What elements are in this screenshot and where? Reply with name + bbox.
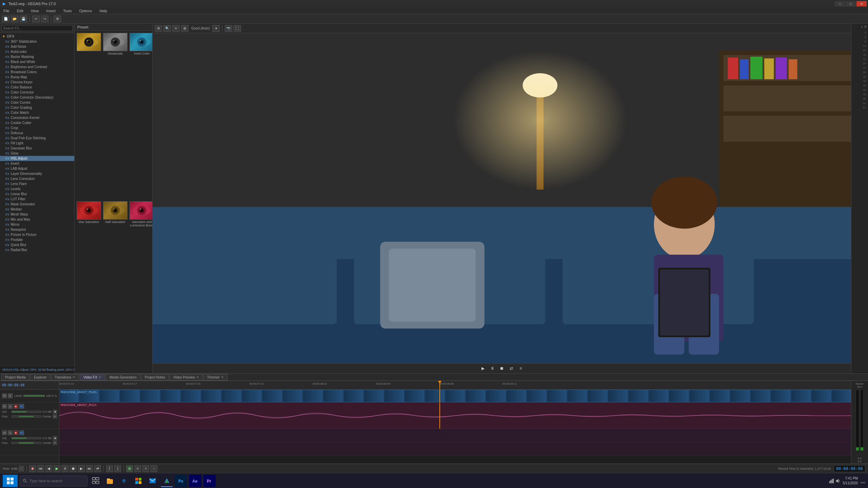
grid-button[interactable]: ≡ [134, 465, 141, 472]
preset-item-desaturate[interactable]: Desaturate [102, 32, 128, 200]
menu-view[interactable]: View [29, 9, 40, 13]
fx-item-lab-adjust[interactable]: FX LAB Adjust [0, 166, 74, 171]
fx-item-mesh-warp[interactable]: FX Mesh Warp [0, 212, 74, 217]
transport-ffwd[interactable]: ⏭ [86, 465, 93, 472]
redo-button[interactable]: ↪ [41, 16, 48, 22]
settings-button[interactable]: ⚙ [54, 16, 61, 22]
taskbar-search-input[interactable] [29, 479, 84, 483]
fx-item-gaussian-blur[interactable]: FX Gaussian Blur [0, 146, 74, 151]
undo-button[interactable]: ↩ [32, 16, 40, 22]
fx-item-invert[interactable]: FX Invert [0, 161, 74, 166]
fx-item-brightness-contrast[interactable]: FX Brightness and Contrast [0, 64, 74, 69]
fx-item-bezier-masking[interactable]: FX Bezier Masking [0, 54, 74, 59]
fx-item-glow[interactable]: FX Glow [0, 151, 74, 156]
fx-item-min-max[interactable]: FX Min and Max [0, 217, 74, 222]
vegas-taskbar-icon[interactable] [161, 475, 173, 487]
pan-reset-1[interactable]: ▾ [53, 414, 57, 419]
fx-item-linear-blur[interactable]: FX Linear Blur [0, 191, 74, 197]
fx-item-lens-correction[interactable]: FX Lens Correction [0, 176, 74, 181]
fx-item-fill-light[interactable]: FX Fill Light [0, 141, 74, 146]
close-button[interactable]: ✕ [856, 1, 867, 6]
fx-item-picture-in-picture[interactable]: FX Picture In Picture [0, 232, 74, 237]
edge-browser-icon[interactable]: e [118, 475, 130, 487]
fx-item-crop[interactable]: FX Crop [0, 125, 74, 130]
fx-search-input[interactable] [1, 25, 73, 31]
fx-item-median[interactable]: FX Median [0, 207, 74, 212]
vol-slider-2[interactable] [12, 437, 41, 439]
pan-reset-2[interactable]: ▾ [53, 441, 57, 445]
timeline-ruler[interactable]: 00:00:07:14 00:00:07:17 00:00:07:20 00:0… [59, 381, 851, 390]
fx-item-broadcast-colors[interactable]: FX Broadcast Colors [0, 69, 74, 75]
menu-tools[interactable]: Tools [62, 9, 73, 13]
video-track-mute[interactable]: M [2, 393, 7, 398]
audio-2-fx[interactable]: FX [19, 430, 24, 435]
fx-item-cookie-cutter[interactable]: FX Cookie Cutter [0, 120, 74, 125]
transport-rewind[interactable]: ⏮ [37, 465, 44, 472]
audio-track-1[interactable]: R001C004_180327_R1ZA [59, 403, 851, 429]
photoshop-icon[interactable]: Ps [175, 475, 187, 487]
preview-split-button[interactable]: ⊞ [181, 25, 189, 32]
pan-slider-2[interactable] [12, 442, 41, 444]
stop-button[interactable]: ⏹ [498, 365, 505, 372]
fx-item-radial-blur[interactable]: FX Radial Blur [0, 247, 74, 252]
mail-icon[interactable] [146, 475, 159, 487]
fx-item-mask-generator[interactable]: FX Mask Generator [0, 202, 74, 207]
audio-1-arm[interactable]: ⏺ [14, 404, 18, 409]
zoom-in-button[interactable]: + [142, 465, 149, 472]
pause-button[interactable]: ⏸ [489, 365, 496, 372]
transport-record[interactable]: ⏺ [29, 465, 36, 472]
fx-item-pixelate[interactable]: FX Pixelate [0, 237, 74, 242]
pan-slider-1[interactable] [12, 415, 41, 418]
fx-item-color-match[interactable]: FX Color Match [0, 110, 74, 115]
preset-item-default[interactable] [76, 32, 102, 200]
fx-item-levels[interactable]: FX Levels [0, 186, 74, 191]
taskbar-search[interactable] [20, 475, 87, 486]
transport-next-frame[interactable]: ▶ [78, 465, 85, 472]
preview-snapshot-button[interactable]: 📷 [225, 25, 232, 32]
audio-1-solo[interactable]: S [8, 404, 13, 409]
snap-button[interactable]: ⊞ [126, 465, 133, 472]
task-view-button[interactable] [90, 475, 102, 487]
fx-item-autolooks[interactable]: FX AutoLooks [0, 49, 74, 54]
tab-trimmer[interactable]: Trimmer ✕ [203, 374, 228, 381]
tab-video-preview[interactable]: Video Preview ✕ [170, 374, 203, 381]
fx-item-defocus[interactable]: FX Defocus [0, 130, 74, 136]
start-button[interactable] [3, 475, 18, 487]
fx-item-bump-map[interactable]: FX Bump Map [0, 75, 74, 80]
fx-item-color-balance[interactable]: FX Color Balance [0, 85, 74, 90]
menu-edit[interactable]: Edit [16, 9, 25, 13]
transport-loop[interactable]: ⇄ [94, 465, 101, 472]
preview-zoom-button[interactable]: 🔍 [163, 25, 171, 32]
audio-1-fx[interactable]: FX [19, 404, 24, 409]
file-explorer-icon[interactable] [104, 475, 116, 487]
preset-item-half-saturation[interactable]: Half Saturation [102, 201, 128, 372]
audio-2-solo[interactable]: S [8, 430, 13, 435]
maximize-button[interactable]: □ [846, 1, 856, 6]
tab-video-fx-close[interactable]: ✕ [99, 375, 101, 379]
open-button[interactable]: 📂 [11, 16, 18, 22]
fx-item-color-corrector-secondary[interactable]: FX Color Corrector (Secondary) [0, 95, 74, 100]
fx-item-color-curves[interactable]: FX Color Curves [0, 100, 74, 105]
fx-item-newsprint[interactable]: FX Newsprint [0, 227, 74, 232]
minimize-button[interactable]: ─ [835, 1, 845, 6]
transport-options[interactable]: □ [19, 466, 24, 471]
preview-fullscreen-button[interactable]: ⛶ [234, 25, 241, 32]
tab-video-preview-close[interactable]: ✕ [196, 375, 199, 379]
fx-item-color-grading[interactable]: FX Color Grading [0, 105, 74, 110]
tab-explorer[interactable]: Explorer [30, 374, 50, 381]
tab-media-generators[interactable]: Media Generators [106, 374, 140, 381]
menu-insert[interactable]: Insert [45, 9, 57, 13]
fx-item-add-noise[interactable]: FX Add Noise [0, 44, 74, 49]
video-track-level-slider[interactable] [23, 395, 45, 397]
menu-file[interactable]: File [2, 9, 11, 13]
system-clock[interactable]: 7:41 PM 5/11/2020 [843, 476, 858, 486]
fx-item-convolution-kernel[interactable]: FX Convolution Kernel [0, 115, 74, 120]
fx-item-360-stabilization[interactable]: FX 360° Stabilization [0, 39, 74, 44]
fx-item-chroma-keyer[interactable]: FX Chroma Keyer [0, 80, 74, 85]
preset-item-invert[interactable]: Invert Color [129, 32, 152, 200]
transport-play[interactable]: ▶ [54, 465, 60, 472]
tab-project-media[interactable]: Project Media [1, 374, 29, 381]
fx-category-ofx[interactable]: ▼ OFX [0, 34, 74, 39]
zoom-out-button[interactable]: − [151, 465, 157, 472]
transport-selection-end[interactable]: ⌉ [114, 465, 121, 472]
